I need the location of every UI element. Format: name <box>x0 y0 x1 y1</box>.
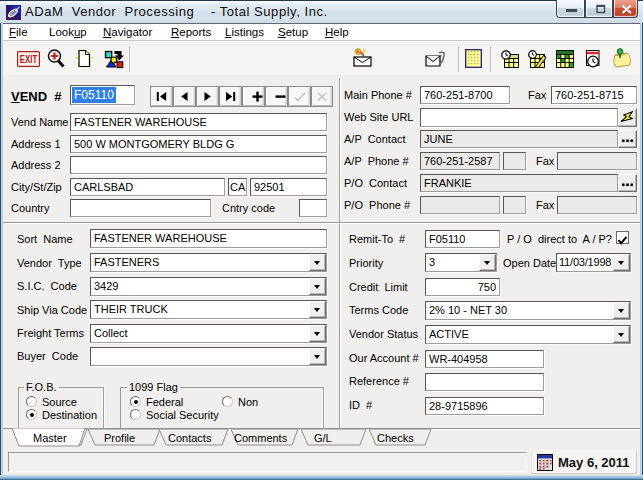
svg-text:EXIT: EXIT <box>20 53 38 65</box>
